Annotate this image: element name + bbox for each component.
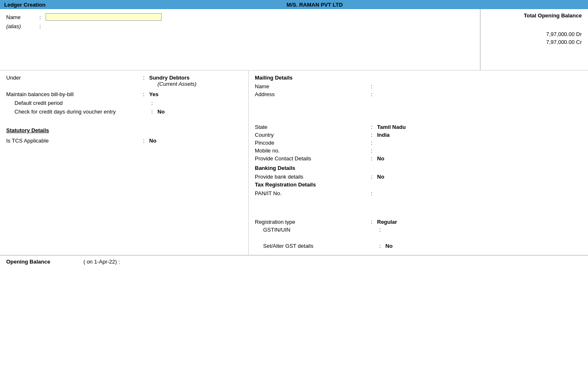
mailing-title: Mailing Details: [255, 75, 582, 81]
pincode-row: Pincode :: [255, 140, 582, 146]
set-alter-value: No: [385, 243, 392, 249]
main-content: Under : Sundry Debtors (Current Assets) …: [0, 70, 588, 255]
total-opening-panel: Total Opening Balance 7,97,000.00 Dr 7,9…: [480, 9, 588, 70]
provide-bank-label: Provide bank details: [255, 174, 371, 180]
mailing-name-colon: :: [371, 83, 377, 90]
pincode-colon: :: [371, 140, 377, 146]
under-value: Sundry Debtors: [149, 75, 196, 81]
reg-type-colon: :: [371, 219, 377, 225]
under-row: Under : Sundry Debtors (Current Assets): [6, 75, 242, 87]
under-colon: :: [143, 75, 149, 81]
pan-row: PAN/IT No. :: [255, 190, 582, 196]
provide-contact-value: No: [377, 155, 384, 162]
gstin-row: GSTIN/UIN :: [255, 227, 582, 233]
alias-label: (alias): [6, 23, 39, 29]
maintain-row: Maintain balances bill-by-bill : Yes: [6, 91, 242, 97]
under-sub: (Current Assets): [149, 81, 196, 87]
mobile-label: Mobile no.: [255, 148, 371, 154]
mailing-address-row: Address :: [255, 91, 582, 97]
default-credit-row: Default credit period :: [6, 100, 242, 106]
tax-reg-title: Tax Registration Details: [255, 181, 582, 188]
check-credit-colon: :: [151, 109, 157, 115]
check-credit-label: Check for credit days during voucher ent…: [15, 109, 151, 115]
balance-dr: 7,97,000.00 Dr: [487, 31, 582, 37]
mailing-address-label: Address: [255, 91, 371, 97]
reg-type-row: Registration type : Regular: [255, 219, 582, 225]
mailing-name-label: Name: [255, 83, 371, 90]
right-panel: Mailing Details Name : Address : State :…: [249, 70, 588, 255]
mobile-row: Mobile no. :: [255, 148, 582, 154]
provide-bank-value: No: [377, 174, 384, 180]
set-alter-colon: :: [379, 243, 385, 249]
statutory-title: Statutory Details: [6, 127, 242, 133]
maintain-value: Yes: [149, 91, 158, 97]
bottom-bar: Opening Balance ( on 1-Apr-22) :: [0, 255, 588, 268]
check-credit-value: No: [157, 109, 165, 115]
default-credit-label: Default credit period: [15, 100, 151, 106]
pan-spacer: [255, 198, 582, 219]
check-credit-row: Check for credit days during voucher ent…: [6, 109, 242, 115]
name-input[interactable]: [46, 13, 162, 21]
default-credit-colon: :: [151, 100, 157, 106]
state-label: State: [255, 124, 371, 130]
name-colon: :: [39, 14, 46, 20]
mailing-address-colon: :: [371, 91, 377, 97]
header-left-title: Ledger Creation: [4, 2, 46, 8]
name-fields: Name : (alias) :: [0, 9, 480, 70]
tcs-row: Is TCS Applicable : No: [6, 138, 242, 144]
country-colon: :: [371, 132, 377, 138]
pincode-label: Pincode: [255, 140, 371, 146]
name-section: Name : (alias) : Total Opening Balance 7…: [0, 9, 588, 70]
tcs-colon: :: [143, 138, 149, 144]
mailing-name-row: Name :: [255, 83, 582, 90]
set-alter-row: Set/Alter GST details : No: [255, 243, 582, 249]
provide-bank-colon: :: [371, 174, 377, 180]
provide-contact-colon: :: [371, 155, 377, 162]
header-center-title: M/S. RAMAN PVT LTD: [46, 2, 584, 8]
opening-balance-label: Opening Balance: [6, 259, 50, 265]
mobile-colon: :: [371, 148, 377, 154]
maintain-colon: :: [143, 91, 149, 97]
reg-type-label: Registration type: [255, 219, 371, 225]
header-bar: Ledger Creation M/S. RAMAN PVT LTD: [0, 0, 588, 9]
country-row: Country : India: [255, 132, 582, 138]
left-panel: Under : Sundry Debtors (Current Assets) …: [0, 70, 249, 255]
gstin-spacer: [255, 235, 582, 243]
name-field-row: Name :: [6, 13, 474, 21]
provide-contact-label: Provide Contact Details: [255, 155, 371, 162]
pan-colon: :: [371, 190, 377, 196]
tcs-label: Is TCS Applicable: [6, 138, 143, 144]
name-label: Name: [6, 14, 39, 20]
country-label: Country: [255, 132, 371, 138]
state-row: State : Tamil Nadu: [255, 124, 582, 130]
banking-title: Banking Details: [255, 165, 582, 171]
opening-balance-date: ( on 1-Apr-22) :: [83, 259, 120, 265]
set-alter-label: Set/Alter GST details: [263, 243, 379, 249]
balance-cr: 7,97,000.00 Cr: [487, 39, 582, 45]
country-value: India: [377, 132, 390, 138]
state-colon: :: [371, 124, 377, 130]
under-label: Under: [6, 75, 143, 81]
maintain-label: Maintain balances bill-by-bill: [6, 91, 143, 97]
provide-bank-row: Provide bank details : No: [255, 174, 582, 180]
gstin-colon: :: [379, 227, 385, 233]
gstin-label: GSTIN/UIN: [263, 227, 379, 233]
provide-contact-row: Provide Contact Details : No: [255, 155, 582, 162]
alias-field-row: (alias) :: [6, 23, 474, 29]
tcs-value: No: [149, 138, 156, 144]
pan-label: PAN/IT No.: [255, 190, 371, 196]
total-opening-title: Total Opening Balance: [487, 12, 582, 19]
state-value: Tamil Nadu: [377, 124, 406, 130]
reg-type-value: Regular: [377, 219, 397, 225]
mailing-spacer: [255, 99, 582, 124]
alias-colon: :: [39, 23, 46, 29]
